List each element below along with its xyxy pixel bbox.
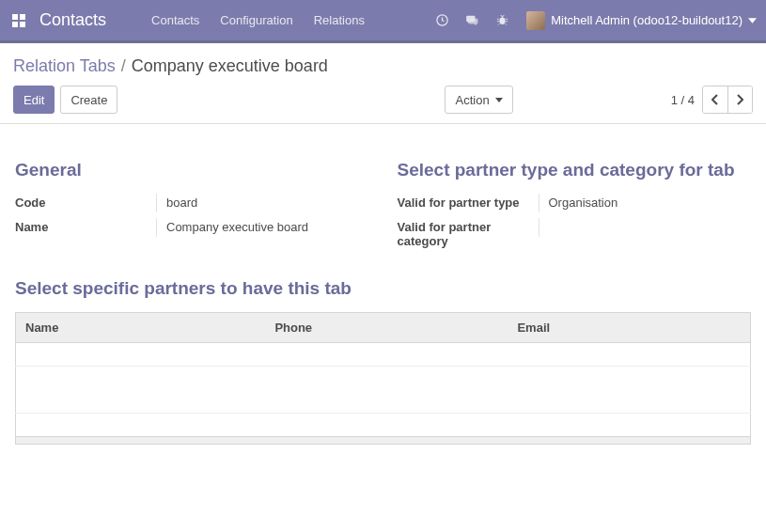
clock-icon: [435, 13, 449, 27]
avatar: [526, 11, 545, 30]
pager-prev-button[interactable]: [703, 86, 727, 113]
field-value-valid-type: Organisation: [539, 194, 752, 212]
action-menu-button[interactable]: Action: [445, 86, 512, 114]
field-label-valid-category: Valid for partner category: [398, 218, 539, 248]
table-row: [16, 414, 751, 437]
apps-launcher-button[interactable]: [6, 8, 32, 34]
caret-down-icon: [748, 18, 757, 23]
app-brand[interactable]: Contacts: [39, 10, 106, 30]
discuss-button[interactable]: [460, 8, 484, 33]
nav-link-relations[interactable]: Relations: [314, 13, 365, 27]
breadcrumb-parent-link[interactable]: Relation Tabs: [13, 56, 116, 76]
col-header-phone[interactable]: Phone: [265, 313, 508, 343]
pager-counter[interactable]: 1 / 4: [671, 93, 695, 107]
nav-link-contacts[interactable]: Contacts: [151, 13, 199, 27]
breadcrumb-separator: /: [121, 56, 126, 76]
pager-position: 1: [671, 93, 678, 107]
section-title-partner-type: Select partner type and category for tab: [398, 160, 752, 180]
field-value-valid-category: [539, 218, 752, 237]
partners-table: Name Phone Email: [15, 312, 751, 437]
chevron-left-icon: [711, 94, 719, 105]
user-menu[interactable]: Mitchell Admin (odoo12-buildout12): [526, 11, 757, 30]
table-row[interactable]: [16, 343, 751, 367]
pager: 1 / 4: [671, 86, 753, 114]
user-name: Mitchell Admin (odoo12-buildout12): [551, 13, 743, 27]
nav-link-configuration[interactable]: Configuration: [220, 13, 292, 27]
pager-next-button[interactable]: [727, 86, 752, 113]
control-panel: Relation Tabs / Company executive board …: [0, 43, 766, 124]
partner-type-section: Select partner type and category for tab…: [398, 145, 752, 254]
chat-icon: [464, 14, 479, 27]
edit-button[interactable]: Edit: [13, 86, 55, 114]
col-header-email[interactable]: Email: [508, 313, 750, 343]
create-button[interactable]: Create: [60, 86, 117, 114]
general-section: General Code board Name Company executiv…: [15, 145, 369, 254]
field-label-code: Code: [15, 194, 156, 210]
bug-icon: [495, 13, 509, 27]
action-label: Action: [455, 93, 489, 107]
navbar: Contacts Contacts Configuration Relation…: [0, 0, 766, 43]
field-valid-partner-type: Valid for partner type Organisation: [398, 194, 752, 212]
field-label-name: Name: [15, 218, 156, 234]
col-header-name[interactable]: Name: [16, 313, 266, 343]
breadcrumb-current: Company executive board: [132, 56, 328, 76]
field-valid-partner-category: Valid for partner category: [398, 218, 752, 248]
form-sheet: General Code board Name Company executiv…: [0, 124, 766, 492]
apps-icon: [12, 14, 25, 27]
table-footer: [15, 437, 751, 445]
field-code: Code board: [15, 194, 369, 212]
field-label-valid-type: Valid for partner type: [398, 194, 539, 210]
pager-total: 4: [688, 93, 695, 107]
caret-down-icon: [495, 98, 503, 102]
field-name: Name Company executive board: [15, 218, 369, 237]
section-title-general: General: [15, 160, 369, 180]
section-title-specific-partners: Select specific partners to have this ta…: [15, 278, 751, 299]
activities-button[interactable]: [430, 8, 454, 33]
debug-button[interactable]: [490, 8, 514, 33]
svg-point-1: [499, 17, 505, 24]
table-row[interactable]: [16, 390, 751, 414]
breadcrumb: Relation Tabs / Company executive board: [13, 56, 753, 76]
field-value-code: board: [156, 194, 369, 212]
field-value-name: Company executive board: [156, 218, 369, 237]
table-row: [16, 367, 751, 390]
chevron-right-icon: [736, 94, 743, 105]
